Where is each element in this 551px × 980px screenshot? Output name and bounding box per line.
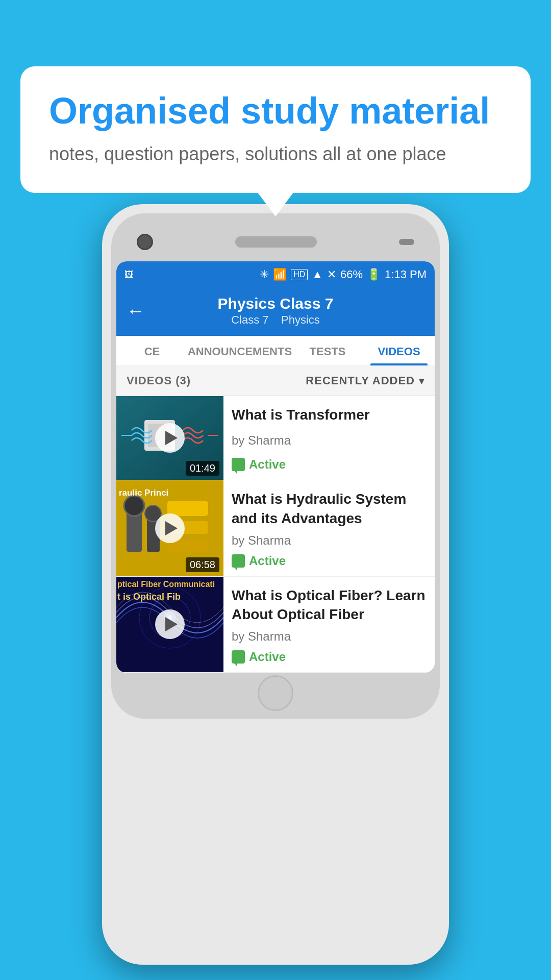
play-button-1[interactable] [155, 423, 185, 453]
bubble-subtitle: notes, question papers, solutions all at… [49, 141, 502, 167]
clock: 1:13 PM [385, 268, 427, 281]
wifi-icon: ▲ [312, 268, 323, 281]
video-item-1[interactable]: 01:49 What is Transformer by Sharma Acti… [116, 396, 435, 480]
home-button[interactable] [258, 675, 293, 711]
speech-bubble: Organised study material notes, question… [20, 66, 531, 193]
active-label-1: Active [249, 457, 286, 472]
video-title-2: What is Hydraulic System and its Advanta… [232, 489, 427, 528]
phone-inner-shell: 🖼 ✳ 📶 HD ▲ ✕ 66% 🔋 1:13 PM [111, 213, 440, 719]
app-bar-title-area: Physics Class 7 Class 7 Physics [155, 295, 396, 327]
bluetooth-icon: ✳ [260, 268, 269, 281]
app-bar: ← Physics Class 7 Class 7 Physics [116, 288, 435, 336]
app-bar-subtitle: Class 7 Physics [155, 313, 396, 327]
tab-videos[interactable]: VIDEOS [363, 336, 435, 365]
chat-icon-2 [232, 554, 245, 568]
tab-ce[interactable]: CE [116, 336, 188, 365]
chat-icon-3 [232, 650, 245, 664]
front-camera [137, 234, 153, 250]
status-right: ✳ 📶 HD ▲ ✕ 66% 🔋 1:13 PM [260, 268, 427, 281]
bubble-title: Organised study material [49, 91, 502, 131]
phone-screen: 🖼 ✳ 📶 HD ▲ ✕ 66% 🔋 1:13 PM [116, 261, 435, 673]
back-button[interactable]: ← [127, 302, 145, 320]
hd-badge: HD [291, 269, 308, 280]
videos-count: VIDEOS (3) [127, 374, 191, 387]
phone-top-bar [116, 218, 435, 259]
video-author-2: by Sharma [232, 533, 427, 548]
play-button-2[interactable] [155, 513, 185, 543]
phone-bottom [116, 673, 435, 714]
active-badge-3: Active [232, 650, 427, 664]
active-badge-2: Active [232, 554, 427, 568]
video-info-1: What is Transformer by Sharma Active [223, 396, 435, 480]
sort-dropdown[interactable]: RECENTLY ADDED ▾ [306, 374, 424, 387]
tab-announcements[interactable]: ANNOUNCEMENTS [188, 336, 292, 365]
play-triangle-icon-3 [165, 617, 178, 631]
video-thumb-3: ptical Fiber Communicati t is Optical Fi… [116, 577, 223, 673]
speech-bubble-container: Organised study material notes, question… [20, 66, 531, 193]
play-button-3[interactable] [155, 609, 185, 639]
video-info-2: What is Hydraulic System and its Advanta… [223, 480, 435, 576]
videos-header: VIDEOS (3) RECENTLY ADDED ▾ [116, 366, 435, 396]
chat-icon-1 [232, 458, 245, 471]
video-thumb-1: 01:49 [116, 396, 223, 480]
tabs-bar: CE ANNOUNCEMENTS TESTS VIDEOS [116, 336, 435, 366]
phone-speaker [235, 236, 317, 248]
battery-icon: 🔋 [367, 268, 381, 281]
video-info-3: What is Optical Fiber? Learn About Optic… [223, 577, 435, 673]
video-author-3: by Sharma [232, 629, 427, 644]
duration-badge-1: 01:49 [186, 461, 219, 476]
status-left: 🖼 [124, 270, 134, 280]
phone-sensor [399, 239, 414, 245]
chevron-down-icon: ▾ [419, 375, 424, 387]
active-label-2: Active [249, 554, 286, 568]
video-item-2[interactable]: raulic Princi 06:58 What is Hydraulic Sy… [116, 480, 435, 577]
app-bar-title: Physics Class 7 [155, 295, 396, 312]
video-title-1: What is Transformer [232, 405, 427, 425]
tab-tests[interactable]: TESTS [292, 336, 363, 365]
sort-label-text: RECENTLY ADDED [306, 374, 415, 387]
video-thumb-2: raulic Princi 06:58 [116, 480, 223, 576]
phone-device: 🖼 ✳ 📶 HD ▲ ✕ 66% 🔋 1:13 PM [41, 204, 510, 965]
signal-icon: 📶 [273, 268, 287, 281]
mobile-data-icon: ✕ [327, 268, 336, 281]
thumb-overlay-3 [116, 577, 223, 673]
active-label-3: Active [249, 650, 286, 664]
video-author-1: by Sharma [232, 433, 427, 448]
active-badge-1: Active [232, 457, 427, 472]
duration-badge-2: 06:58 [186, 557, 219, 572]
video-item-3[interactable]: ptical Fiber Communicati t is Optical Fi… [116, 577, 435, 673]
battery-percent: 66% [340, 268, 363, 281]
status-icon-image: 🖼 [124, 270, 134, 280]
play-triangle-icon-2 [165, 521, 178, 535]
status-bar: 🖼 ✳ 📶 HD ▲ ✕ 66% 🔋 1:13 PM [116, 261, 435, 288]
play-triangle-icon [165, 431, 178, 445]
video-title-3: What is Optical Fiber? Learn About Optic… [232, 586, 427, 625]
phone-outer-shell: 🖼 ✳ 📶 HD ▲ ✕ 66% 🔋 1:13 PM [102, 204, 449, 965]
